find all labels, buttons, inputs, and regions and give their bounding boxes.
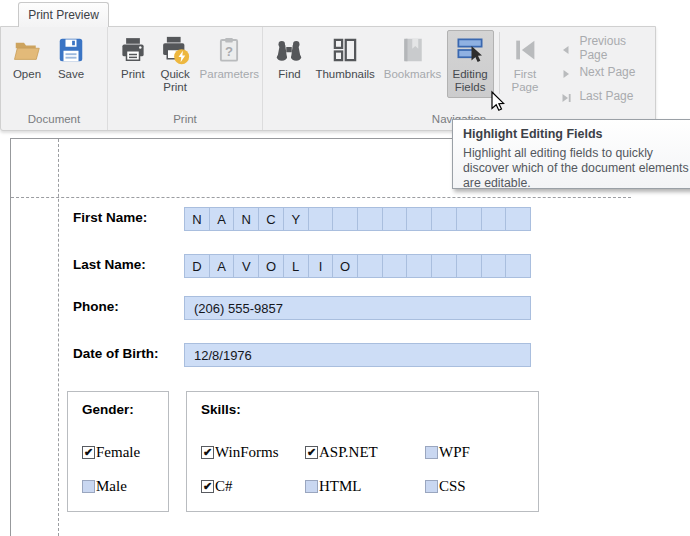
comb-cell[interactable] (309, 208, 334, 230)
comb-cell[interactable]: N (234, 208, 259, 230)
comb-cell[interactable]: A (210, 208, 235, 230)
skills-box: Skills:✔WinForms✔ASP.NETWPF✔C#HTMLCSS (186, 391, 539, 512)
comb-cell[interactable]: Y (284, 208, 309, 230)
find-button[interactable]: Find (269, 30, 310, 98)
comb-cell[interactable] (482, 255, 507, 277)
quick-print-label: Quick Print (155, 68, 196, 94)
tooltip: Highlight Editing Fields Highlight all e… (452, 119, 690, 189)
checked-checkbox-icon[interactable]: ✔ (201, 480, 214, 493)
checkbox-wpf[interactable]: WPF (425, 443, 470, 461)
parameters-button: ?Parameters (199, 30, 260, 98)
gender-box: Gender:✔FemaleMale (67, 391, 169, 512)
next-page-label: Next Page (579, 65, 635, 79)
checkbox-label: ASP.NET (319, 444, 378, 461)
phone-label: Phone: (73, 299, 119, 314)
unchecked-checkbox-icon[interactable] (305, 480, 318, 493)
comb-cell[interactable] (407, 208, 432, 230)
open-folder-icon (12, 35, 42, 65)
comb-cell[interactable]: I (309, 255, 334, 277)
first-name-label: First Name: (73, 210, 147, 225)
save-icon (56, 35, 86, 65)
unchecked-checkbox-icon[interactable] (425, 446, 438, 459)
checkbox-label: C# (215, 478, 233, 495)
print-label: Print (115, 68, 151, 81)
checked-checkbox-icon[interactable]: ✔ (305, 446, 318, 459)
checkbox-css[interactable]: CSS (425, 477, 466, 495)
comb-cell[interactable] (457, 208, 482, 230)
page-margin-line-horizontal (11, 197, 631, 198)
checkbox-label: WPF (439, 444, 470, 461)
comb-cell[interactable] (333, 208, 358, 230)
comb-cell[interactable] (383, 255, 408, 277)
comb-cell[interactable]: O (333, 255, 358, 277)
comb-cell[interactable] (506, 255, 530, 277)
comb-cell[interactable] (482, 208, 507, 230)
find-icon (274, 35, 304, 65)
checkbox-asp-net[interactable]: ✔ASP.NET (305, 443, 378, 461)
parameters-label: Parameters (200, 68, 259, 81)
comb-cell[interactable] (432, 255, 457, 277)
ribbon: Open SaveDocument Print Quick Print ?Par… (0, 26, 656, 131)
checkbox-winforms[interactable]: ✔WinForms (201, 443, 279, 461)
unchecked-checkbox-icon[interactable] (425, 480, 438, 493)
comb-cell[interactable]: V (234, 255, 259, 277)
svg-text:?: ? (225, 44, 233, 59)
tab-print-preview[interactable]: Print Preview (18, 2, 109, 27)
first-page-button: First Page (503, 30, 546, 98)
gender-label: Gender: (82, 402, 134, 417)
print-preview-window: Print Preview Open SaveDocument Print Qu… (0, 0, 690, 536)
save-button[interactable]: Save (49, 30, 93, 98)
last-name-label: Last Name: (73, 257, 146, 272)
open-label: Open (8, 68, 46, 81)
last-name-field[interactable]: DAVOLIO (184, 254, 531, 278)
checkbox-c[interactable]: ✔C# (201, 477, 233, 495)
comb-cell[interactable] (407, 255, 432, 277)
ribbon-buttons-row: Open Save (1, 27, 107, 108)
comb-cell[interactable] (457, 255, 482, 277)
comb-cell[interactable] (432, 208, 457, 230)
quick-print-button[interactable]: Quick Print (154, 30, 197, 98)
checked-checkbox-icon[interactable]: ✔ (82, 446, 95, 459)
previous-page-label: Previous Page (579, 34, 655, 62)
thumbnails-button[interactable]: Thumbnails (312, 30, 378, 98)
ribbon-buttons-row: Print Quick Print ?Parameters (108, 27, 262, 108)
next-page-button: Next Page (560, 60, 655, 84)
prev-arrow-icon (560, 42, 572, 54)
bookmarks-button: Bookmarks (380, 30, 444, 98)
skills-label: Skills: (201, 402, 241, 417)
comb-cell[interactable]: L (284, 255, 309, 277)
comb-cell[interactable]: C (259, 208, 284, 230)
comb-cell[interactable]: O (259, 255, 284, 277)
comb-cell[interactable] (506, 208, 530, 230)
checkbox-label: WinForms (215, 444, 279, 461)
ribbon-group-navigation: Find Thumbnails Bookmarks Editing Fields… (263, 27, 655, 130)
checkbox-label: Male (96, 478, 127, 495)
parameters-icon: ? (214, 35, 244, 65)
document-page: First Name:NANCYLast Name:DAVOLIOPhone:(… (10, 138, 690, 536)
first-page-label: First Page (504, 68, 545, 94)
comb-cell[interactable]: A (210, 255, 235, 277)
next-arrow-icon (560, 66, 572, 78)
open-button[interactable]: Open (7, 30, 47, 98)
last-page-button: Last Page (560, 84, 655, 108)
comb-cell[interactable] (358, 208, 383, 230)
checkbox-html[interactable]: HTML (305, 477, 362, 495)
find-label: Find (270, 68, 309, 81)
previous-page-button: Previous Page (560, 36, 655, 60)
print-group-label: Print (108, 108, 262, 130)
comb-cell[interactable]: N (185, 208, 210, 230)
date-of-birth-field[interactable]: 12/8/1976 (184, 343, 531, 367)
editing-fields-button[interactable]: Editing Fields (447, 30, 494, 98)
phone-field[interactable]: (206) 555-9857 (184, 296, 531, 320)
ribbon-group-document: Open SaveDocument (1, 27, 108, 130)
unchecked-checkbox-icon[interactable] (82, 480, 95, 493)
comb-cell[interactable] (383, 208, 408, 230)
tooltip-title: Highlight Editing Fields (463, 127, 690, 141)
comb-cell[interactable] (358, 255, 383, 277)
checkbox-female[interactable]: ✔Female (82, 443, 140, 461)
print-button[interactable]: Print (114, 30, 152, 98)
comb-cell[interactable]: D (185, 255, 210, 277)
checkbox-male[interactable]: Male (82, 477, 127, 495)
checked-checkbox-icon[interactable]: ✔ (201, 446, 214, 459)
first-name-field[interactable]: NANCY (184, 207, 531, 231)
